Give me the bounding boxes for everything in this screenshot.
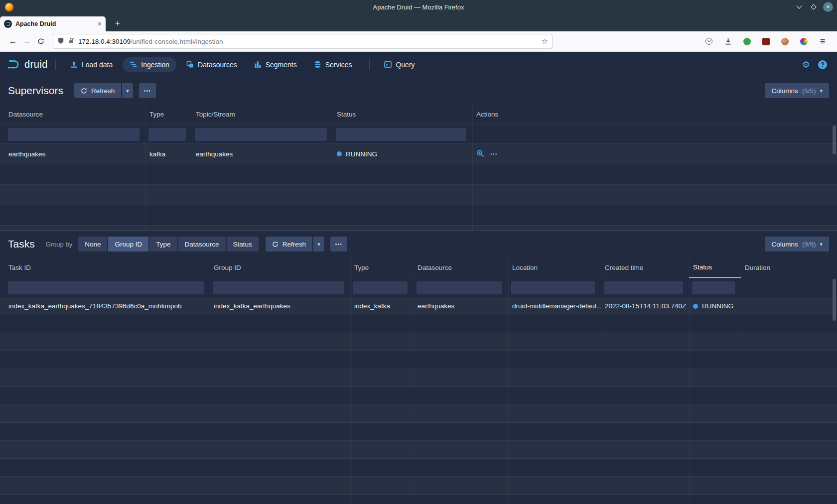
segments-icon: [254, 61, 262, 68]
group-id-filter-input[interactable]: [213, 281, 344, 294]
tasks-more-button[interactable]: •••: [330, 237, 347, 252]
status-dot: [337, 151, 342, 156]
pocket-icon[interactable]: [702, 35, 715, 48]
services-icon: [314, 61, 321, 68]
column-header-group-id[interactable]: Group ID: [210, 257, 350, 278]
cell-datasource: earthquakes: [414, 297, 508, 315]
tasks-refresh-dropdown[interactable]: ▾: [313, 237, 324, 252]
nav-divider: [369, 59, 370, 70]
chevron-down-icon: ▾: [820, 242, 823, 247]
window-title: Apache Druid — Mozilla Firefox: [0, 3, 837, 11]
columns-count: (5/5): [802, 87, 816, 95]
column-header-topic-stream[interactable]: Topic/Stream: [192, 104, 333, 125]
supervisors-toolbar: Supervisors Refresh ▾ ••• Columns (5/5) …: [0, 78, 837, 104]
extension-pinwheel-icon[interactable]: [797, 35, 810, 48]
nav-tab-load-data[interactable]: Load data: [63, 57, 120, 72]
cell-location: druid-middlemanager-defaul...: [508, 297, 601, 315]
druid-logo[interactable]: druid: [7, 59, 48, 70]
table-row-empty: [0, 351, 837, 369]
created-time-filter-input[interactable]: [604, 281, 683, 294]
cell-type: index_kafka: [350, 297, 414, 315]
type-filter-input[interactable]: [353, 281, 408, 294]
location-filter-input[interactable]: [511, 281, 595, 294]
nav-tab-ingestion[interactable]: Ingestion: [123, 57, 176, 72]
url-path: /unified-console.html#ingestion: [131, 38, 223, 45]
task-id-filter-input[interactable]: [8, 281, 204, 294]
nav-tab-segments[interactable]: Segments: [247, 57, 304, 72]
bookmark-star-icon[interactable]: ☆: [542, 37, 548, 46]
column-header-datasource[interactable]: Datasource: [0, 104, 145, 125]
nav-tab-datasources[interactable]: Datasources: [179, 57, 244, 72]
reload-button[interactable]: [34, 34, 48, 48]
group-by-none-button[interactable]: None: [78, 237, 107, 252]
nav-tab-services[interactable]: Services: [307, 57, 359, 72]
url-bar[interactable]: 172.18.0.4:30109/unified-console.html#in…: [53, 34, 553, 49]
column-header-type[interactable]: Type: [350, 257, 414, 278]
menu-icon[interactable]: ≡: [816, 35, 829, 48]
column-header-duration[interactable]: Duration: [741, 257, 837, 278]
chevron-down-icon: ▾: [126, 88, 129, 94]
group-by-group-id-button[interactable]: Group ID: [108, 237, 148, 252]
table-row-empty: [0, 423, 837, 441]
group-by-type-button[interactable]: Type: [149, 237, 177, 252]
column-header-actions[interactable]: Actions: [472, 104, 837, 125]
tab-favicon: [4, 20, 12, 28]
column-header-type[interactable]: Type: [145, 104, 192, 125]
scrollbar-thumb[interactable]: [833, 126, 836, 154]
topic-stream-filter-input[interactable]: [195, 128, 327, 141]
status-text: RUNNING: [702, 302, 733, 310]
datasource-filter-input[interactable]: [8, 128, 140, 141]
zoom-in-icon[interactable]: [476, 149, 484, 159]
supervisors-refresh-button[interactable]: Refresh: [74, 83, 121, 98]
extension-green-icon[interactable]: [740, 35, 753, 48]
minimize-button[interactable]: [794, 2, 804, 12]
supervisors-columns-button[interactable]: Columns (5/5) ▾: [765, 83, 829, 98]
column-header-status[interactable]: Status: [333, 104, 472, 125]
extension-avatar-icon[interactable]: [778, 35, 791, 48]
nav-tab-query[interactable]: Query: [377, 57, 421, 72]
tab-close-icon[interactable]: ×: [98, 20, 102, 27]
tasks-columns-button[interactable]: Columns (9/9) ▾: [765, 237, 829, 252]
back-button[interactable]: ←: [6, 34, 20, 48]
load-data-icon: [70, 61, 78, 68]
scrollbar-thumb[interactable]: [833, 279, 836, 321]
refresh-label: Refresh: [91, 87, 115, 95]
tasks-refresh-button[interactable]: Refresh: [266, 237, 312, 252]
type-filter-input[interactable]: [148, 128, 186, 141]
column-header-status[interactable]: Status: [689, 257, 741, 278]
row-more-icon[interactable]: •••: [490, 151, 498, 157]
tasks-toolbar: Tasks Group by None Group ID Type Dataso…: [0, 231, 837, 257]
column-header-task-id[interactable]: Task ID: [0, 257, 210, 278]
help-icon[interactable]: ?: [818, 60, 827, 69]
table-row[interactable]: index_kafka_earthquakes_7184357396d6c0a_…: [0, 297, 837, 315]
gear-icon[interactable]: ⚙: [802, 60, 810, 69]
close-button[interactable]: ×: [823, 2, 833, 12]
tasks-table-header: Task ID Group ID Type Datasource Locatio…: [0, 257, 837, 278]
table-row[interactable]: earthquakes kafka earthquakes RUNNING ••…: [0, 144, 837, 164]
downloads-icon[interactable]: [721, 35, 734, 48]
ublock-origin-icon[interactable]: [759, 35, 772, 48]
columns-label: Columns: [771, 241, 798, 248]
status-filter-input[interactable]: [692, 281, 735, 294]
insecure-lock-icon[interactable]: [68, 37, 75, 46]
tab-title: Apache Druid: [15, 20, 94, 27]
firefox-logo-icon: [5, 3, 13, 11]
tracking-shield-icon[interactable]: [57, 37, 64, 46]
column-header-created-time[interactable]: Created time: [601, 257, 689, 278]
status-filter-input[interactable]: [336, 128, 466, 141]
column-header-datasource[interactable]: Datasource: [414, 257, 508, 278]
supervisors-more-button[interactable]: •••: [139, 83, 156, 98]
druid-logo-icon: [7, 59, 21, 70]
new-tab-button[interactable]: +: [111, 16, 125, 30]
table-row-empty: [0, 441, 837, 459]
column-header-location[interactable]: Location: [508, 257, 601, 278]
group-by-datasource-button[interactable]: Datasource: [178, 237, 226, 252]
group-by-status-button[interactable]: Status: [227, 237, 259, 252]
cell-type: kafka: [145, 144, 192, 164]
refresh-icon: [272, 241, 279, 248]
datasource-filter-input[interactable]: [417, 281, 502, 294]
header-right-icons: ⚙ ?: [802, 60, 830, 69]
maximize-button[interactable]: [809, 2, 819, 12]
browser-tab[interactable]: Apache Druid ×: [0, 16, 106, 31]
supervisors-refresh-dropdown[interactable]: ▾: [122, 83, 133, 98]
